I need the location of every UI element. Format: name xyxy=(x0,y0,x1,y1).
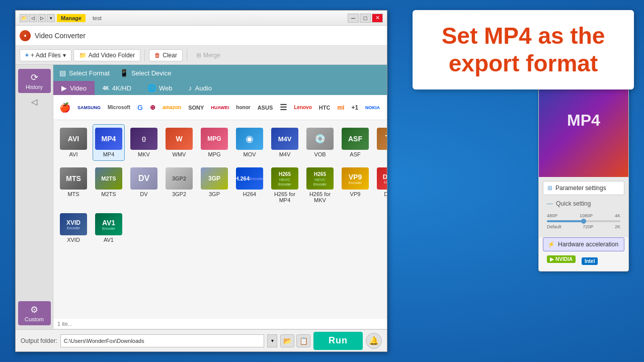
quality-sublabels: Default 720P 2K xyxy=(547,224,620,229)
quick-setting-label: Quick setting xyxy=(556,200,591,207)
browse-folder-button[interactable]: 📂 xyxy=(280,334,294,347)
quality-label-1080p: 1080P xyxy=(580,213,593,218)
output-path-dropdown[interactable]: ▾ xyxy=(267,334,277,347)
brand-samsung[interactable]: SAMSUNG xyxy=(75,104,103,111)
format-asf[interactable]: ASF ASF xyxy=(339,124,371,161)
brand-apple[interactable]: 🍎 xyxy=(57,101,72,114)
brand-mi[interactable]: mi xyxy=(335,103,346,112)
audio-tab-label: Audio xyxy=(195,84,212,92)
add-files-dropdown-icon[interactable]: ▾ xyxy=(63,52,66,59)
brand-blu[interactable]: BLU xyxy=(385,104,387,112)
brand-huawei[interactable]: HUAWEI xyxy=(209,104,231,111)
format-av1[interactable]: AV1Encoder AV1 xyxy=(93,210,125,246)
format-mkv[interactable]: {} MKV xyxy=(128,124,160,161)
brand-nokia[interactable]: NOKIA xyxy=(363,104,382,111)
brand-oneplus[interactable]: +1 xyxy=(349,103,360,112)
format-header: ▤ Select Format 📱 Select Device xyxy=(53,65,387,81)
output-label: Output folder: xyxy=(21,337,57,344)
divider2 xyxy=(187,49,187,61)
app-title: Video Converter xyxy=(35,32,86,40)
alarm-button[interactable]: 🔔 xyxy=(366,333,382,349)
maximize-button[interactable]: □ xyxy=(360,14,371,23)
h265mkv-label: H265 for MKV xyxy=(306,191,334,203)
format-tabs: ▶ Video 4K 4K/HD 🌐 Web ♪ Audio xyxy=(53,81,387,95)
app-toolbar: ♦ Video Converter xyxy=(16,26,387,46)
overlay-line2: export format xyxy=(449,50,598,76)
format-vp9[interactable]: VP9Encoder VP9 xyxy=(339,164,371,207)
tab-audio[interactable]: ♪ Audio xyxy=(181,81,220,95)
quality-thumb[interactable] xyxy=(581,219,586,224)
sidebar-item-history[interactable]: ⟳ History xyxy=(18,69,51,93)
m4v-label: M4V xyxy=(279,151,291,157)
parameter-settings-button[interactable]: ⊞ Parameter settings xyxy=(543,181,624,195)
tab-4khd[interactable]: 4K 4K/HD xyxy=(95,81,139,95)
format-wmv[interactable]: W WMV xyxy=(163,124,195,161)
select-format-button[interactable]: ▤ Select Format xyxy=(59,69,110,77)
format-mov[interactable]: ◉ MOV xyxy=(233,124,266,161)
av1-label: AV1 xyxy=(104,237,114,243)
forward-icon[interactable]: ▷ xyxy=(38,14,46,22)
brand-honor[interactable]: honor xyxy=(234,104,252,111)
open-folder-button[interactable]: 📋 xyxy=(296,334,310,347)
close-button[interactable]: ✕ xyxy=(372,14,383,23)
format-3gp2[interactable]: 3GP2 3GP2 xyxy=(163,164,195,207)
quality-sub-720p: 720P xyxy=(583,224,593,229)
sidebar-history-label: History xyxy=(26,84,43,90)
format-mp4[interactable]: MP4 MP4 xyxy=(93,124,125,161)
web-tab-icon: 🌐 xyxy=(147,84,156,92)
format-3gp[interactable]: 3GP 3GP xyxy=(198,164,230,207)
clear-icon: 🗑 xyxy=(154,52,160,59)
brand-row: 🍎 SAMSUNG Microsoft G ⊕ amazon SONY HUAW… xyxy=(53,95,387,120)
format-xvid[interactable]: XVIDEncoder XVID xyxy=(57,210,90,246)
format-ts[interactable]: TS TS xyxy=(374,124,387,161)
back-icon[interactable]: ◁ xyxy=(29,14,37,22)
brand-htc[interactable]: HTC xyxy=(317,104,333,112)
sidebar-arrow[interactable]: ◁ xyxy=(31,97,37,107)
add-folder-button[interactable]: 📁 Add Video Folder xyxy=(73,49,141,61)
video-tab-label: Video xyxy=(70,84,87,92)
select-device-label: Select Device xyxy=(131,69,171,77)
tab-video[interactable]: ▶ Video xyxy=(53,81,95,95)
folder-icon[interactable]: 📁 xyxy=(20,14,28,22)
bottom-bar: Output folder: C:\Users\WonderFox\Downlo… xyxy=(16,329,387,351)
brand-asus[interactable]: ASUS xyxy=(256,104,275,112)
hardware-acceleration-button[interactable]: ⚡ Hardware acceleration xyxy=(543,237,624,251)
down-icon[interactable]: ▾ xyxy=(47,14,55,22)
brand-sony[interactable]: SONY xyxy=(186,104,206,112)
format-h265mkv[interactable]: H265HEVCEncoder H265 for MKV xyxy=(304,164,336,207)
format-avi[interactable]: AVI AVI xyxy=(57,124,90,161)
format-vob[interactable]: 💿 VOB xyxy=(304,124,336,161)
add-folder-label: Add Video Folder xyxy=(89,52,135,59)
format-m4v[interactable]: M4V M4V xyxy=(269,124,301,161)
minimize-button[interactable]: ─ xyxy=(348,14,359,23)
run-button[interactable]: Run xyxy=(313,332,363,350)
quality-sub-2k: 2K xyxy=(615,224,620,229)
quality-label-480p: 480P xyxy=(547,213,557,218)
brand-amazon[interactable]: amazon xyxy=(160,104,183,111)
brand-microsoft[interactable]: Microsoft xyxy=(106,104,132,111)
vp9-label: VP9 xyxy=(350,191,361,197)
sidebar-item-custom[interactable]: ⚙ Custom xyxy=(18,301,51,325)
mov-label: MOV xyxy=(243,151,256,157)
format-m2ts[interactable]: M2TS M2TS xyxy=(93,164,125,207)
brand-moto[interactable]: ☰ xyxy=(278,102,289,113)
brand-lg[interactable]: ⊕ xyxy=(148,103,157,112)
add-files-button[interactable]: + + Add Files ▾ xyxy=(20,49,71,61)
select-device-button[interactable]: 📱 Select Device xyxy=(120,69,171,77)
clear-button[interactable]: 🗑 Clear xyxy=(149,49,183,61)
format-mpg[interactable]: MPG MPG xyxy=(198,124,230,161)
nvidia-label: NVIDIA xyxy=(555,256,573,262)
format-divx[interactable]: DIVXEncoder DIVX xyxy=(374,164,387,207)
brand-lenovo[interactable]: Lenovo xyxy=(292,104,314,111)
action-bar: + + Add Files ▾ 📁 Add Video Folder 🗑 Cle… xyxy=(16,46,387,65)
format-icon: ▤ xyxy=(59,69,66,77)
hw-accel-icon: ⚡ xyxy=(547,241,555,248)
format-dv[interactable]: DV DV xyxy=(128,164,160,207)
quality-track[interactable] xyxy=(547,220,620,222)
format-h264[interactable]: H.264Encoder H264 xyxy=(233,164,266,207)
brand-google[interactable]: G xyxy=(135,103,145,113)
title-bar-icons: 📁 ◁ ▷ ▾ xyxy=(20,14,55,22)
format-mts[interactable]: MTS MTS xyxy=(57,164,90,207)
tab-web[interactable]: 🌐 Web xyxy=(139,81,181,95)
format-h265mp4[interactable]: H265HEVCEncoder H265 for MP4 xyxy=(269,164,301,207)
